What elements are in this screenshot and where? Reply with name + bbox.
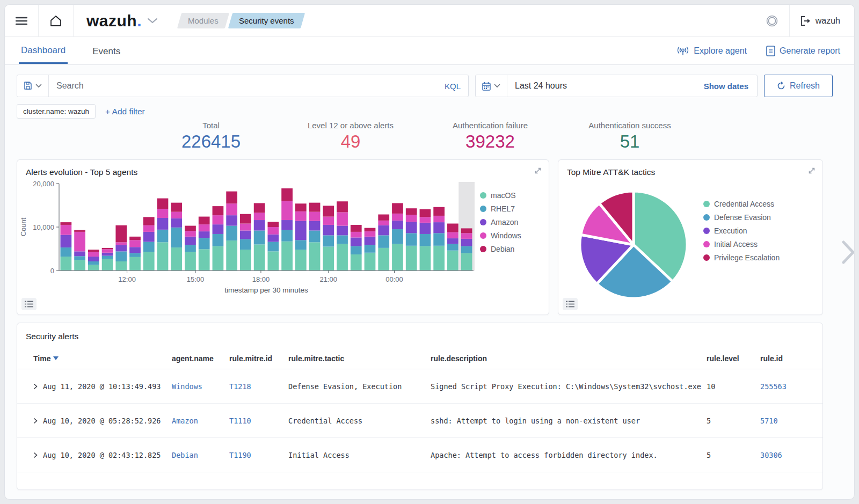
calendar-icon <box>482 82 491 91</box>
legend-item-macos[interactable]: macOS <box>480 191 521 200</box>
cell-level: 5 <box>707 451 760 459</box>
stat-value[interactable]: 39232 <box>420 132 560 152</box>
legend-item-privilege-escalation[interactable]: Privilege Escalation <box>703 253 780 262</box>
column-agent-name: agent.name <box>172 354 229 363</box>
kql-toggle[interactable]: KQL <box>437 82 468 91</box>
tab-dashboard[interactable]: Dashboard <box>19 38 68 64</box>
report-document-icon <box>766 46 775 56</box>
menu-button[interactable] <box>5 5 38 36</box>
antenna-icon <box>676 46 689 56</box>
chevron-down-icon <box>494 84 500 88</box>
cell-mitre-id-link[interactable]: T1218 <box>229 382 288 391</box>
top-bar: wazuh. Modules Security events <box>5 5 854 37</box>
table-view-button[interactable] <box>563 298 578 310</box>
wazuh-app: wazuh. Modules Security events <box>4 4 855 500</box>
column-time-sort[interactable]: Time <box>33 354 172 363</box>
refresh-button[interactable]: Refresh <box>764 75 833 97</box>
legend-item-defense-evasion[interactable]: Defense Evasion <box>703 213 780 222</box>
legend-item-debian[interactable]: Debian <box>480 245 521 253</box>
logo-group[interactable]: wazuh. <box>74 12 165 30</box>
cell-agent-link[interactable]: Amazon <box>172 417 229 425</box>
expand-panel-button[interactable] <box>534 166 542 177</box>
filter-pill-cluster-name[interactable]: cluster.name: wazuh <box>17 104 96 119</box>
stat-total: Total 226415 <box>141 121 281 152</box>
svg-text:18:00: 18:00 <box>252 275 270 283</box>
topbar-right: wazuh <box>755 5 854 36</box>
home-button[interactable] <box>39 5 73 36</box>
svg-text:00:00: 00:00 <box>385 275 403 283</box>
cell-agent-link[interactable]: Windows <box>172 382 229 391</box>
calendar-button[interactable] <box>476 75 507 97</box>
carousel-next-button[interactable] <box>841 240 855 267</box>
cell-rule-id-link[interactable]: 30306 <box>760 451 812 459</box>
table-view-button[interactable] <box>21 298 37 310</box>
legend-dot <box>703 201 710 207</box>
wazuh-logo: wazuh. <box>86 12 142 30</box>
stats-row: Total 226415 Level 12 or above alerts 49… <box>141 121 854 152</box>
search-placeholder: Search <box>56 81 84 91</box>
cell-mitre-id-link[interactable]: T1190 <box>229 451 288 459</box>
logout-icon <box>800 16 811 26</box>
table-row: Aug 11, 2020 @ 10:13:49.493 Windows T121… <box>17 369 822 404</box>
cell-rule-id-link[interactable]: 5710 <box>760 417 812 425</box>
column-rule-mitre-id: rule.mitre.id <box>229 354 288 363</box>
show-dates-button[interactable]: Show dates <box>695 82 757 91</box>
mitre-pie-chart[interactable] <box>558 179 703 308</box>
expand-icon <box>807 166 816 175</box>
cell-time: Aug 10, 2020 @ 02:43:12.825 <box>43 451 161 459</box>
column-rule-description: rule.description <box>431 354 707 363</box>
table-header-row: Time agent.name rule.mitre.id rule.mitre… <box>17 348 822 369</box>
cell-rule-id-link[interactable]: 255563 <box>760 382 812 391</box>
search-input[interactable]: Search <box>49 81 437 91</box>
time-range-value[interactable]: Last 24 hours <box>507 81 695 91</box>
sort-desc-icon <box>53 356 59 360</box>
tabs-bar: Dashboard Events Explore agent <box>5 37 854 65</box>
legend-dot <box>480 232 486 239</box>
explore-agent-button[interactable]: Explore agent <box>676 46 747 56</box>
column-rule-id: rule.id <box>760 354 812 363</box>
stat-value[interactable]: 226415 <box>141 132 281 152</box>
stat-value[interactable]: 51 <box>560 132 700 152</box>
expand-panel-button[interactable] <box>807 166 816 177</box>
legend-dot <box>703 228 710 234</box>
breadcrumb-modules[interactable]: Modules <box>177 13 229 28</box>
column-rule-level: rule.level <box>707 354 760 363</box>
legend-item-windows[interactable]: Windows <box>480 231 521 240</box>
expand-row-icon[interactable] <box>33 452 38 458</box>
query-toolbar: Search KQL Last 24 hours Show dates <box>17 75 833 97</box>
expand-row-icon[interactable] <box>33 383 38 390</box>
legend-dot <box>703 214 710 221</box>
legend-item-credential-access[interactable]: Credential Access <box>703 200 780 208</box>
expand-row-icon[interactable] <box>33 418 38 424</box>
stat-level-12: Level 12 or above alerts 49 <box>281 121 420 152</box>
breadcrumb-security-events: Security events <box>228 13 305 28</box>
svg-text:15:00: 15:00 <box>187 275 205 283</box>
saved-queries-button[interactable] <box>17 75 49 97</box>
cell-mitre-id-link[interactable]: T1110 <box>229 417 288 425</box>
stat-value[interactable]: 49 <box>281 132 420 152</box>
legend-dot <box>703 241 710 247</box>
dashboard-content: Alerts evolution - Top 5 agents 010,0002… <box>17 159 823 490</box>
cell-description: Signed Script Proxy Execution: C:\Window… <box>431 382 707 391</box>
legend-item-initial-access[interactable]: Initial Access <box>703 240 780 249</box>
user-name: wazuh <box>816 16 840 26</box>
legend-item-rhel7[interactable]: RHEL7 <box>480 204 521 213</box>
cell-description: Apache: Attempt to access forbidden dire… <box>431 451 707 459</box>
legend-dot <box>703 254 710 261</box>
generate-report-button[interactable]: Generate report <box>766 46 840 56</box>
cell-agent-link[interactable]: Debian <box>172 451 229 459</box>
bar-chart-legend: macOS RHEL7 Amazon Windows Debian <box>480 179 521 306</box>
legend-item-execution[interactable]: Execution <box>703 227 780 235</box>
refresh-icon <box>777 82 785 90</box>
tab-events[interactable]: Events <box>90 39 122 63</box>
stat-auth-success: Authentication success 51 <box>560 121 700 152</box>
legend-dot <box>480 192 486 199</box>
cell-tactic: Initial Access <box>288 451 431 459</box>
health-ring-button[interactable] <box>755 5 789 36</box>
logout-button[interactable]: wazuh <box>790 16 854 26</box>
date-picker: Last 24 hours Show dates <box>475 75 758 97</box>
legend-item-amazon[interactable]: Amazon <box>480 218 521 227</box>
alerts-bar-chart[interactable]: 010,00020,00012:0015:0018:0021:0000:00ti… <box>17 179 480 306</box>
add-filter-button[interactable]: + Add filter <box>105 107 145 116</box>
cell-description: sshd: Attempt to login using a non-exist… <box>431 417 707 425</box>
